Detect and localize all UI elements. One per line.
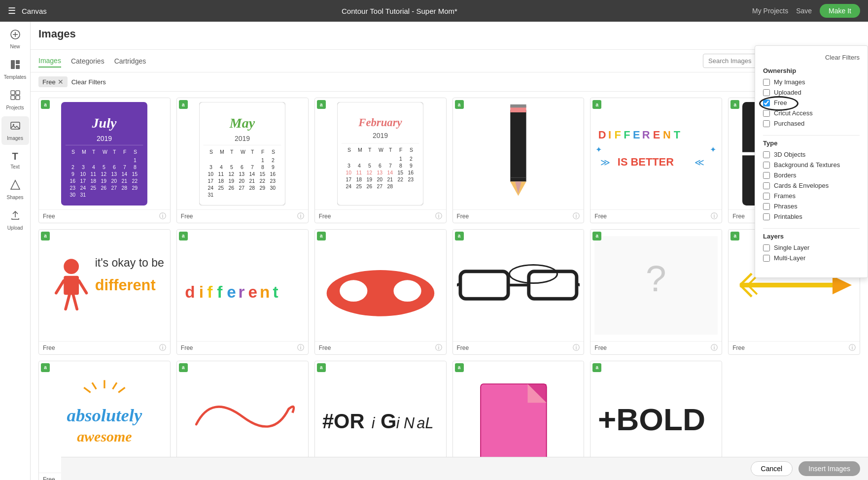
svg-text:27: 27	[377, 184, 383, 189]
menu-icon[interactable]: ☰	[8, 5, 16, 16]
insert-images-button[interactable]: Insert Images	[799, 461, 860, 476]
background-textures-checkbox[interactable]	[763, 162, 770, 169]
card-footer-1: Free ⓘ	[39, 209, 170, 223]
svg-text:20: 20	[111, 178, 117, 184]
sidebar-item-upload[interactable]: Upload	[1, 206, 29, 235]
filter-background-textures[interactable]: Background & Textures	[763, 161, 860, 169]
phrases-checkbox[interactable]	[763, 203, 770, 210]
filter-my-images[interactable]: My Images	[763, 78, 860, 86]
svg-text:15: 15	[132, 171, 138, 177]
card-info-icon-10[interactable]: ⓘ	[573, 343, 580, 352]
filter-panel-clear-button[interactable]: Clear Filters	[825, 54, 860, 61]
card-info-icon-5[interactable]: ⓘ	[711, 212, 718, 221]
image-card-9[interactable]: a	[314, 229, 447, 355]
cards-envelopes-checkbox[interactable]	[763, 182, 770, 189]
cancel-button[interactable]: Cancel	[751, 461, 793, 476]
image-card-10[interactable]: a	[452, 229, 585, 355]
image-card-7[interactable]: a it's okay to be	[38, 229, 171, 355]
svg-text:T: T	[92, 149, 96, 155]
filter-multi-layer[interactable]: Multi-Layer	[763, 254, 860, 262]
image-card-11[interactable]: a ? Free ⓘ	[590, 229, 722, 355]
remove-filter-button[interactable]: ✕	[58, 78, 64, 86]
nav-images-tab[interactable]: Images	[38, 55, 61, 68]
filter-cards-envelopes[interactable]: Cards & Envelopes	[763, 182, 860, 189]
filter-3d-objects[interactable]: 3D Objects	[763, 151, 860, 158]
save-link[interactable]: Save	[796, 7, 812, 15]
uploaded-checkbox[interactable]	[763, 89, 770, 96]
svg-text:3: 3	[209, 165, 212, 170]
svg-text:i: i	[372, 414, 376, 431]
svg-line-165	[56, 280, 64, 293]
3d-objects-checkbox[interactable]	[763, 151, 770, 158]
svg-text:31: 31	[80, 192, 86, 198]
sidebar-item-text[interactable]: T Text	[1, 147, 29, 173]
printables-checkbox[interactable]	[763, 213, 770, 220]
filter-cricut-access[interactable]: Cricut Access	[763, 109, 860, 117]
card-info-icon-9[interactable]: ⓘ	[435, 343, 442, 352]
svg-text:9: 9	[71, 171, 74, 177]
svg-text:2019: 2019	[235, 135, 250, 142]
image-card-8[interactable]: a d i f f e r e n t	[176, 229, 309, 355]
image-card-4[interactable]: a	[452, 98, 585, 223]
filter-bar: Free ✕ Clear Filters	[31, 72, 868, 92]
sidebar-item-shapes[interactable]: Shapes	[1, 175, 29, 204]
filter-free[interactable]: Free	[763, 99, 860, 106]
svg-text:14: 14	[387, 170, 393, 175]
sidebar-item-new[interactable]: New	[1, 26, 29, 53]
svg-text:3: 3	[82, 165, 85, 170]
my-images-checkbox[interactable]	[763, 79, 770, 86]
svg-text:16: 16	[270, 171, 276, 177]
make-it-button[interactable]: Make It	[820, 4, 860, 18]
svg-text:10: 10	[346, 170, 352, 175]
svg-text:D: D	[598, 129, 606, 141]
filter-single-layer[interactable]: Single Layer	[763, 244, 860, 251]
card-info-icon-11[interactable]: ⓘ	[711, 343, 718, 352]
filter-borders[interactable]: Borders	[763, 171, 860, 179]
card-badge-4: a	[455, 100, 464, 109]
image-card-1[interactable]: a July 2019 SMTWTFS 1 2345678	[38, 98, 171, 223]
svg-text:e: e	[227, 283, 236, 301]
filter-frames[interactable]: Frames	[763, 192, 860, 200]
sidebar-item-projects[interactable]: Projects	[1, 86, 29, 114]
filter-purchased[interactable]: Purchased	[763, 120, 860, 127]
nav-categories-tab[interactable]: Categories	[71, 55, 104, 67]
nav-cartridges-tab[interactable]: Cartridges	[114, 55, 146, 67]
filter-printables[interactable]: Printables	[763, 213, 860, 220]
filter-uploaded[interactable]: Uploaded	[763, 89, 860, 96]
cricut-access-checkbox[interactable]	[763, 110, 770, 117]
sidebar-item-images[interactable]: Images	[1, 116, 29, 145]
card-price-4: Free	[457, 213, 469, 220]
layers-title: Layers	[763, 233, 860, 240]
image-card-2[interactable]: a May 2019 SMTWTFS 12 3456789 1011121314…	[176, 98, 309, 223]
svg-text:17: 17	[208, 178, 214, 184]
multi-layer-checkbox[interactable]	[763, 255, 770, 262]
free-checkbox[interactable]	[763, 100, 770, 106]
borders-checkbox[interactable]	[763, 172, 770, 179]
single-layer-checkbox[interactable]	[763, 244, 770, 251]
card-info-icon-8[interactable]: ⓘ	[297, 343, 304, 352]
card-info-icon-4[interactable]: ⓘ	[573, 212, 580, 221]
svg-text:3: 3	[347, 163, 350, 169]
sidebar-item-templates[interactable]: Templates	[1, 55, 29, 84]
svg-text:18: 18	[91, 178, 97, 184]
my-projects-link[interactable]: My Projects	[752, 7, 788, 15]
frames-checkbox[interactable]	[763, 193, 770, 200]
card-info-icon-12[interactable]: ⓘ	[849, 343, 856, 352]
purchased-checkbox[interactable]	[763, 120, 770, 127]
card-info-icon-7[interactable]: ⓘ	[159, 343, 166, 352]
card-badge-11: a	[592, 232, 601, 240]
card-info-icon-1[interactable]: ⓘ	[159, 212, 166, 221]
card-info-icon-3[interactable]: ⓘ	[435, 212, 442, 221]
svg-rect-8	[11, 96, 15, 100]
image-card-5[interactable]: a D I F F E R E N T	[590, 98, 722, 223]
svg-text:different: different	[95, 276, 156, 294]
card-info-icon-2[interactable]: ⓘ	[297, 212, 304, 221]
filter-phrases[interactable]: Phrases	[763, 203, 860, 210]
clear-filters-button[interactable]: Clear Filters	[71, 78, 106, 86]
svg-text:IS BETTER: IS BETTER	[618, 155, 674, 168]
image-card-3[interactable]: a February 2019 SMTWTFS 12 3456789 10111…	[314, 98, 447, 223]
svg-text:14: 14	[249, 171, 255, 177]
card-price-8: Free	[181, 344, 193, 351]
svg-text:6: 6	[241, 165, 243, 170]
svg-text:10: 10	[80, 171, 86, 177]
